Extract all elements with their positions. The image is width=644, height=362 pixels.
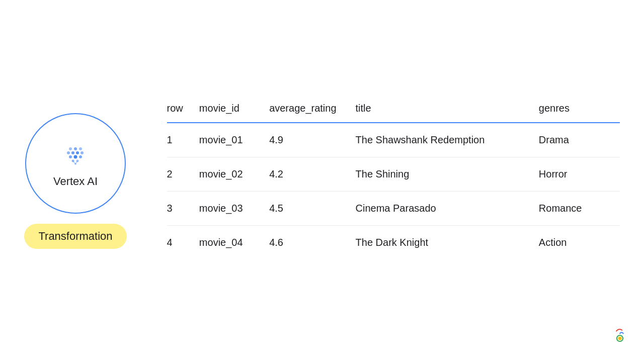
svg-point-3 <box>67 151 70 154</box>
cell-genres: Romance <box>539 192 620 226</box>
cell-genres: Drama <box>539 123 620 157</box>
col-header-row: row <box>167 103 199 123</box>
cell-average_rating: 4.6 <box>269 226 355 260</box>
svg-point-6 <box>80 151 84 154</box>
svg-point-2 <box>79 147 82 150</box>
cell-movie_id: movie_04 <box>199 226 269 260</box>
movies-table: row movie_id average_rating title genres… <box>167 103 620 259</box>
vertex-ai-icon <box>59 139 92 171</box>
cell-movie_id: movie_03 <box>199 192 269 226</box>
table-container: row movie_id average_rating title genres… <box>167 103 620 259</box>
table-row: 1movie_014.9The Shawshank RedemptionDram… <box>167 123 620 157</box>
table-row: 2movie_024.2The ShiningHorror <box>167 157 620 192</box>
cell-row: 2 <box>167 157 199 192</box>
svg-point-8 <box>74 155 77 159</box>
cell-average_rating: 4.5 <box>269 192 355 226</box>
table-row: 4movie_044.6The Dark KnightAction <box>167 226 620 260</box>
transformation-badge: Transformation <box>24 224 126 249</box>
svg-point-5 <box>76 151 79 154</box>
cell-movie_id: movie_01 <box>199 123 269 157</box>
vertex-ai-circle: Vertex AI <box>25 113 126 214</box>
col-header-movie-id: movie_id <box>199 103 269 123</box>
cell-row: 4 <box>167 226 199 260</box>
google-cloud-icon <box>608 324 632 348</box>
col-header-genres: genres <box>539 103 620 123</box>
cell-genres: Action <box>539 226 620 260</box>
cell-genres: Horror <box>539 157 620 192</box>
svg-point-4 <box>71 151 74 154</box>
svg-point-7 <box>69 155 72 158</box>
cell-title: The Shawshank Redemption <box>356 123 539 157</box>
cell-average_rating: 4.9 <box>269 123 355 157</box>
svg-point-15 <box>618 337 622 340</box>
svg-point-1 <box>74 147 77 150</box>
svg-point-9 <box>79 155 82 158</box>
svg-line-13 <box>73 161 75 164</box>
table-row: 3movie_034.5Cinema ParasadoRomance <box>167 192 620 226</box>
col-header-title: title <box>356 103 539 123</box>
cell-title: The Shining <box>356 157 539 192</box>
cell-row: 3 <box>167 192 199 226</box>
cell-title: Cinema Parasado <box>356 192 539 226</box>
google-cloud-logo <box>608 324 632 350</box>
svg-point-0 <box>69 147 72 150</box>
cell-row: 1 <box>167 123 199 157</box>
col-header-average-rating: average_rating <box>269 103 355 123</box>
vertex-ai-container: Vertex AI Transformation <box>24 113 126 249</box>
cell-movie_id: movie_02 <box>199 157 269 192</box>
cell-average_rating: 4.2 <box>269 157 355 192</box>
cell-title: The Dark Knight <box>356 226 539 260</box>
vertex-ai-label: Vertex AI <box>53 175 98 188</box>
main-content: Vertex AI Transformation row movie_id av… <box>0 0 644 362</box>
